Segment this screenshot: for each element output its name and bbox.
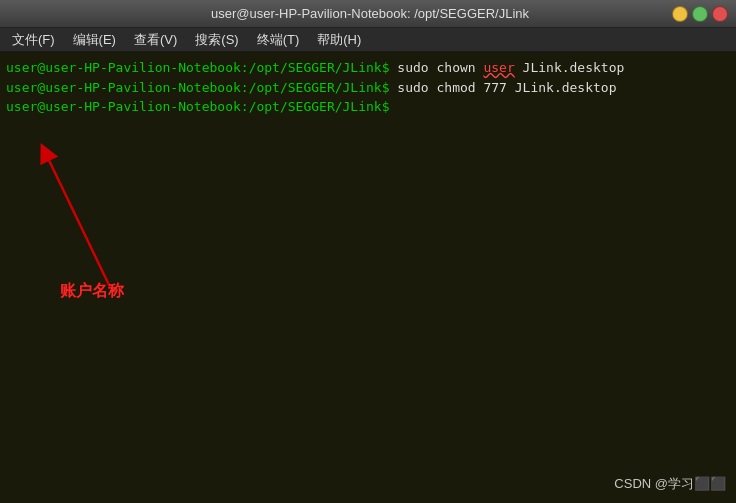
cmd-1: sudo chown bbox=[390, 58, 484, 78]
titlebar: user@user-HP-Pavilion-Notebook: /opt/SEG… bbox=[0, 0, 736, 28]
prompt-1: user@user-HP-Pavilion-Notebook:/opt/SEGG… bbox=[6, 58, 390, 78]
annotation-arrow bbox=[30, 132, 190, 312]
menu-view[interactable]: 查看(V) bbox=[126, 29, 185, 51]
annotation-label: 账户名称 bbox=[60, 281, 124, 302]
terminal-line-2: user@user-HP-Pavilion-Notebook:/opt/SEGG… bbox=[6, 78, 730, 98]
menu-help[interactable]: 帮助(H) bbox=[309, 29, 369, 51]
annotation-container: 账户名称 bbox=[30, 132, 190, 312]
terminal-line-1: user@user-HP-Pavilion-Notebook:/opt/SEGG… bbox=[6, 58, 730, 78]
terminal-area[interactable]: user@user-HP-Pavilion-Notebook:/opt/SEGG… bbox=[0, 52, 736, 503]
prompt-3: user@user-HP-Pavilion-Notebook:/opt/SEGG… bbox=[6, 97, 390, 117]
svg-line-1 bbox=[45, 152, 110, 287]
menu-search[interactable]: 搜索(S) bbox=[187, 29, 246, 51]
cmd-2: sudo chmod 777 JLink.desktop bbox=[390, 78, 617, 98]
close-button[interactable] bbox=[712, 6, 728, 22]
window-controls[interactable] bbox=[672, 6, 728, 22]
prompt-2: user@user-HP-Pavilion-Notebook:/opt/SEGG… bbox=[6, 78, 390, 98]
window-title: user@user-HP-Pavilion-Notebook: /opt/SEG… bbox=[68, 6, 672, 21]
terminal-line-3: user@user-HP-Pavilion-Notebook:/opt/SEGG… bbox=[6, 97, 730, 117]
watermark: CSDN @学习⬛⬛ bbox=[614, 475, 726, 493]
menu-terminal[interactable]: 终端(T) bbox=[249, 29, 308, 51]
minimize-button[interactable] bbox=[672, 6, 688, 22]
menubar: 文件(F) 编辑(E) 查看(V) 搜索(S) 终端(T) 帮助(H) bbox=[0, 28, 736, 52]
highlighted-user: user bbox=[483, 58, 514, 78]
cmd-1-rest: JLink.desktop bbox=[515, 58, 625, 78]
menu-edit[interactable]: 编辑(E) bbox=[65, 29, 124, 51]
maximize-button[interactable] bbox=[692, 6, 708, 22]
menu-file[interactable]: 文件(F) bbox=[4, 29, 63, 51]
